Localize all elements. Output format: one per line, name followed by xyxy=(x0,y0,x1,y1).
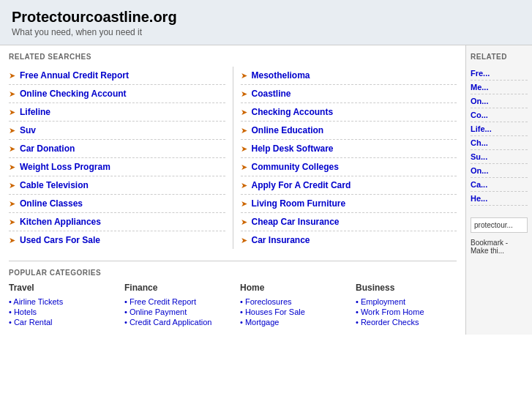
column-divider xyxy=(233,67,233,249)
sidebar-related-link[interactable]: On... xyxy=(471,94,528,108)
search-item[interactable]: ➤Lifeline xyxy=(9,103,225,122)
category-column: FinanceFree Credit ReportOnline PaymentC… xyxy=(124,283,225,327)
sidebar-links: Fre...Me...On...Co...Life...Ch...Su...On… xyxy=(471,67,528,206)
category-link[interactable]: Work From Home xyxy=(356,307,457,317)
search-item[interactable]: ➤Mesothelioma xyxy=(241,67,457,85)
categories-grid: TravelAirline TicketsHotelsCar RentalFin… xyxy=(9,283,457,327)
site-subtitle: What you need, when you need it xyxy=(12,27,520,37)
sidebar-related-link[interactable]: Life... xyxy=(471,122,528,136)
search-link[interactable]: Lifeline xyxy=(20,107,50,117)
category-link[interactable]: Employment xyxy=(356,297,457,307)
search-item[interactable]: ➤Community Colleges xyxy=(241,158,457,176)
arrow-icon: ➤ xyxy=(241,163,247,172)
search-item[interactable]: ➤Checking Accounts xyxy=(241,103,457,122)
category-link[interactable]: Hotels xyxy=(9,307,110,317)
sidebar-related-link[interactable]: Me... xyxy=(471,81,528,94)
right-sidebar: RELATED Fre...Me...On...Co...Life...Ch..… xyxy=(466,45,532,335)
arrow-icon: ➤ xyxy=(9,108,15,117)
search-link[interactable]: Kitchen Appliances xyxy=(20,217,101,227)
arrow-icon: ➤ xyxy=(241,199,247,209)
search-item[interactable]: ➤Kitchen Appliances xyxy=(9,213,225,231)
search-item[interactable]: ➤Used Cars For Sale xyxy=(9,231,225,249)
search-link[interactable]: Coastline xyxy=(252,89,291,99)
sidebar-related-link[interactable]: Su... xyxy=(471,150,528,164)
category-link[interactable]: Online Payment xyxy=(124,307,225,317)
category-link[interactable]: Houses For Sale xyxy=(240,307,341,317)
sidebar-related-link[interactable]: Ca... xyxy=(471,178,528,192)
related-searches-grid: ➤Free Annual Credit Report➤Online Checki… xyxy=(9,67,457,249)
search-item[interactable]: ➤Weight Loss Program xyxy=(9,158,225,176)
category-link[interactable]: Airline Tickets xyxy=(9,297,110,307)
search-item[interactable]: ➤Online Classes xyxy=(9,195,225,213)
related-searches-section: RELATED SEARCHES ➤Free Annual Credit Rep… xyxy=(9,53,457,249)
arrow-icon: ➤ xyxy=(9,163,15,172)
arrow-icon: ➤ xyxy=(241,126,247,135)
search-item[interactable]: ➤Help Desk Software xyxy=(241,140,457,158)
search-item[interactable]: ➤Cheap Car Insurance xyxy=(241,213,457,231)
search-link[interactable]: Car Insurance xyxy=(252,235,310,245)
sidebar-info-box: protectour... xyxy=(471,217,528,233)
search-link[interactable]: Help Desk Software xyxy=(252,143,334,154)
search-link[interactable]: Online Checking Account xyxy=(20,89,127,99)
search-link[interactable]: Used Cars For Sale xyxy=(20,235,100,245)
sidebar-related-label: RELATED xyxy=(471,53,528,61)
arrow-icon: ➤ xyxy=(9,126,15,135)
search-item[interactable]: ➤Online Checking Account xyxy=(9,85,225,103)
category-link[interactable]: Mortgage xyxy=(240,317,341,327)
search-link[interactable]: Community Colleges xyxy=(252,162,339,172)
search-link[interactable]: Car Donation xyxy=(20,143,75,154)
header: Protectourcoastline.org What you need, w… xyxy=(0,0,532,45)
search-link[interactable]: Cheap Car Insurance xyxy=(252,217,340,227)
category-link[interactable]: Foreclosures xyxy=(240,297,341,307)
search-item[interactable]: ➤Coastline xyxy=(241,85,457,103)
category-column: HomeForeclosuresHouses For SaleMortgage xyxy=(240,283,341,327)
search-link[interactable]: Cable Television xyxy=(20,180,89,190)
search-item[interactable]: ➤Car Insurance xyxy=(241,231,457,249)
site-title: Protectourcoastline.org xyxy=(12,9,520,26)
category-column: BusinessEmploymentWork From HomeReorder … xyxy=(356,283,457,327)
category-link[interactable]: Car Rental xyxy=(9,317,110,327)
sidebar-related-link[interactable]: Co... xyxy=(471,108,528,122)
arrow-icon: ➤ xyxy=(9,71,15,81)
arrow-icon: ➤ xyxy=(9,199,15,209)
search-item[interactable]: ➤Online Education xyxy=(241,122,457,140)
search-link[interactable]: Apply For A Credit Card xyxy=(252,180,351,190)
sidebar-related-link[interactable]: He... xyxy=(471,192,528,206)
search-link[interactable]: Online Classes xyxy=(20,198,83,209)
category-link[interactable]: Reorder Checks xyxy=(356,317,457,327)
search-item[interactable]: ➤Living Room Furniture xyxy=(241,195,457,213)
arrow-icon: ➤ xyxy=(241,71,247,81)
search-column-right: ➤Mesothelioma➤Coastline➤Checking Account… xyxy=(241,67,457,249)
sidebar-bookmark: Bookmark - Make thi... xyxy=(471,239,528,255)
search-link[interactable]: Weight Loss Program xyxy=(20,162,110,172)
arrow-icon: ➤ xyxy=(241,217,247,227)
sidebar-related-link[interactable]: Ch... xyxy=(471,136,528,150)
search-link[interactable]: Checking Accounts xyxy=(252,107,334,117)
arrow-icon: ➤ xyxy=(9,181,15,190)
sidebar-related-link[interactable]: Fre... xyxy=(471,67,528,81)
search-link[interactable]: Mesothelioma xyxy=(252,70,310,81)
category-link[interactable]: Free Credit Report xyxy=(124,297,225,307)
arrow-icon: ➤ xyxy=(241,108,247,117)
search-link[interactable]: Living Room Furniture xyxy=(252,198,346,209)
search-link[interactable]: Online Education xyxy=(252,125,324,135)
page-wrapper: RELATED SEARCHES ➤Free Annual Credit Rep… xyxy=(0,45,532,335)
arrow-icon: ➤ xyxy=(241,144,247,154)
search-item[interactable]: ➤Free Annual Credit Report xyxy=(9,67,225,85)
sidebar-related-link[interactable]: On... xyxy=(471,164,528,178)
arrow-icon: ➤ xyxy=(9,89,15,99)
search-column-left: ➤Free Annual Credit Report➤Online Checki… xyxy=(9,67,225,249)
search-item[interactable]: ➤Cable Television xyxy=(9,176,225,195)
category-title: Home xyxy=(240,283,341,293)
search-link[interactable]: Free Annual Credit Report xyxy=(20,70,129,81)
search-item[interactable]: ➤Car Donation xyxy=(9,140,225,158)
category-link[interactable]: Credit Card Application xyxy=(124,317,225,327)
search-item[interactable]: ➤Apply For A Credit Card xyxy=(241,176,457,195)
related-searches-label: RELATED SEARCHES xyxy=(9,53,457,61)
arrow-icon: ➤ xyxy=(241,181,247,190)
category-title: Finance xyxy=(124,283,225,293)
search-item[interactable]: ➤Suv xyxy=(9,122,225,140)
search-link[interactable]: Suv xyxy=(20,125,36,135)
category-title: Travel xyxy=(9,283,110,293)
arrow-icon: ➤ xyxy=(241,236,247,245)
